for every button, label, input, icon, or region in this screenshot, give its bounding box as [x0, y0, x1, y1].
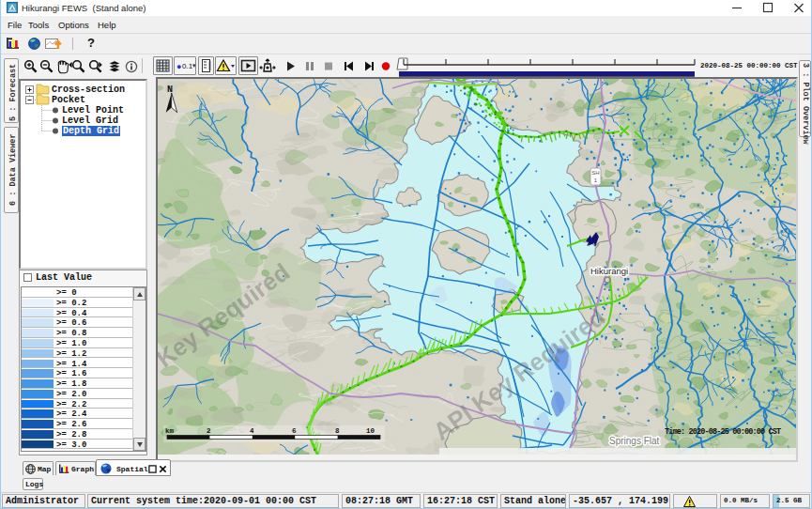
- svg-text:Hikurangi: Hikurangi: [590, 266, 628, 276]
- svg-text:km: km: [165, 427, 175, 435]
- svg-text:Time: 2020-08-25 00:00:00 CST: Time: 2020-08-25 00:00:00 CST: [665, 427, 781, 437]
- svg-text:10: 10: [366, 427, 375, 435]
- svg-text:SH: SH: [591, 170, 599, 176]
- svg-text:2: 2: [207, 427, 211, 435]
- svg-text:8: 8: [335, 427, 340, 435]
- svg-text:4: 4: [250, 427, 254, 435]
- svg-text:Springs Flat: Springs Flat: [609, 436, 660, 446]
- svg-text:6: 6: [292, 427, 297, 435]
